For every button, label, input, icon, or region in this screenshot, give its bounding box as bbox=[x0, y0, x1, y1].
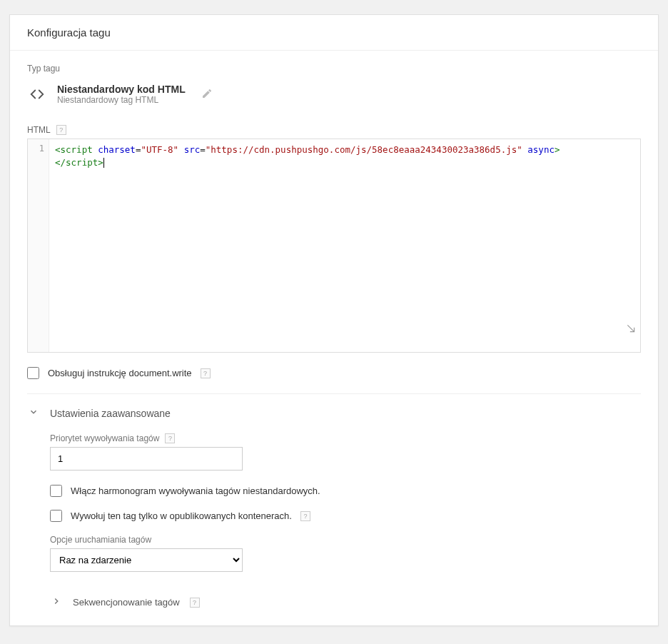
tag-type-section-label: Typ tagu bbox=[27, 64, 641, 74]
code-area[interactable]: <script charset="UTF-8" src="https://cdn… bbox=[49, 139, 640, 352]
line-number: 1 bbox=[39, 144, 44, 154]
resize-handle-icon[interactable] bbox=[572, 311, 636, 350]
html-label: HTML bbox=[27, 125, 51, 135]
sequencing-label: Sekwencjonowanie tagów bbox=[73, 597, 180, 608]
help-icon[interactable]: ? bbox=[165, 433, 175, 443]
priority-input[interactable] bbox=[50, 447, 243, 471]
advanced-body: Priorytet wywoływania tagów ? Włącz harm… bbox=[27, 433, 641, 608]
advanced-section: Ustawienia zaawansowane Priorytet wywoły… bbox=[27, 393, 641, 608]
firing-options-select[interactable]: Raz na zdarzenie bbox=[50, 548, 243, 572]
priority-label: Priorytet wywoływania tagów bbox=[50, 433, 159, 443]
published-only-checkbox[interactable] bbox=[50, 510, 62, 522]
html-label-row: HTML ? bbox=[27, 125, 641, 135]
firing-options-label: Opcje uruchamiania tagów bbox=[50, 535, 641, 545]
tag-type-title: Niestandardowy kod HTML bbox=[57, 84, 186, 95]
docwrite-row: Obsługuj instrukcję document.write ? bbox=[27, 367, 641, 379]
html-code-editor[interactable]: 1 <script charset="UTF-8" src="https://c… bbox=[27, 139, 641, 353]
tag-type-subtitle: Niestandardowy tag HTML bbox=[57, 95, 186, 105]
published-only-row: Wywołuj ten tag tylko w opublikowanych k… bbox=[50, 510, 641, 522]
code-icon bbox=[27, 84, 47, 104]
line-gutter: 1 bbox=[28, 139, 49, 352]
advanced-title: Ustawienia zaawansowane bbox=[50, 408, 171, 419]
docwrite-checkbox[interactable] bbox=[27, 367, 39, 379]
docwrite-label: Obsługuj instrukcję document.write bbox=[48, 368, 192, 378]
help-icon[interactable]: ? bbox=[56, 125, 66, 135]
firing-options-row: Raz na zdarzenie bbox=[50, 548, 641, 572]
tag-type-row[interactable]: Niestandardowy kod HTML Niestandardowy t… bbox=[27, 84, 641, 105]
svg-line-0 bbox=[627, 325, 634, 331]
advanced-toggle[interactable]: Ustawienia zaawansowane bbox=[27, 407, 641, 419]
schedule-label: Włącz harmonogram wywoływania tagów nies… bbox=[71, 485, 320, 496]
sequencing-toggle[interactable]: Sekwencjonowanie tagów ? bbox=[50, 596, 641, 608]
priority-label-row: Priorytet wywoływania tagów ? bbox=[50, 433, 641, 443]
published-only-label: Wywołuj ten tag tylko w opublikowanych k… bbox=[71, 510, 292, 521]
schedule-checkbox[interactable] bbox=[50, 485, 62, 497]
schedule-row: Włącz harmonogram wywoływania tagów nies… bbox=[50, 485, 641, 497]
chevron-right-icon bbox=[50, 596, 63, 608]
pencil-icon[interactable] bbox=[201, 88, 213, 101]
card-title: Konfiguracja tagu bbox=[10, 15, 658, 51]
help-icon[interactable]: ? bbox=[190, 598, 200, 608]
help-icon[interactable]: ? bbox=[300, 511, 310, 521]
help-icon[interactable]: ? bbox=[201, 368, 211, 378]
tag-config-card: Konfiguracja tagu Typ tagu Niestandardow… bbox=[9, 14, 659, 626]
chevron-down-icon bbox=[27, 407, 40, 419]
card-body: Typ tagu Niestandardowy kod HTML Niestan… bbox=[10, 51, 658, 625]
